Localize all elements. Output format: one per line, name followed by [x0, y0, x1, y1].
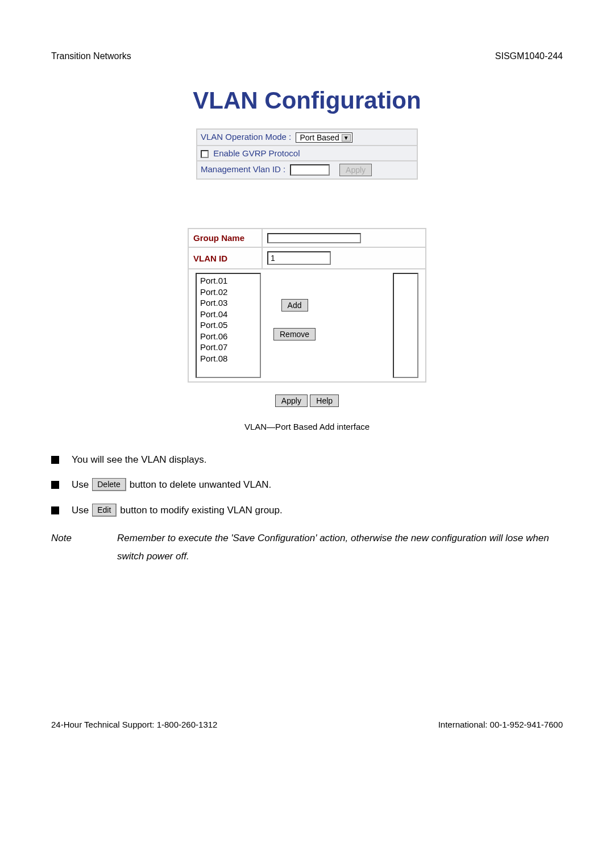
mgmt-vlan-input[interactable]: [290, 164, 330, 176]
footer-left: 24-Hour Technical Support: 1-800-260-131…: [51, 720, 217, 729]
delete-button-inline: Delete: [92, 478, 126, 491]
bullet-text-3a: Use: [72, 505, 89, 516]
port-item[interactable]: Port.01: [200, 275, 256, 286]
mgmt-vlan-label: Management Vlan ID :: [201, 164, 288, 174]
bullet-icon: [51, 456, 59, 464]
bullet-text-2b: button to delete unwanted VLAN.: [130, 479, 272, 491]
group-name-input[interactable]: [267, 233, 361, 243]
header-left: Transition Networks: [51, 51, 131, 61]
port-item[interactable]: Port.02: [200, 286, 256, 298]
vlan-id-input[interactable]: 1: [267, 251, 331, 265]
selected-ports-list[interactable]: [393, 273, 418, 378]
bullet-text-3b: button to modify existing VLAN group.: [120, 505, 282, 516]
bullet-text-1: You will see the VLAN displays.: [72, 454, 207, 466]
port-item[interactable]: Port.04: [200, 309, 256, 320]
bullet-text-2a: Use: [72, 479, 89, 491]
add-button[interactable]: Add: [281, 299, 308, 312]
gvrp-checkbox[interactable]: [201, 150, 209, 158]
vlan-mode-value: Port Based: [297, 133, 341, 142]
available-ports-list[interactable]: Port.01 Port.02 Port.03 Port.04 Port.05 …: [196, 273, 261, 378]
bullet-icon: [51, 481, 59, 489]
port-item[interactable]: Port.07: [200, 342, 256, 353]
gvrp-label: Enable GVRP Protocol: [213, 148, 300, 158]
port-item[interactable]: Port.06: [200, 331, 256, 342]
vlan-group-table: Group Name VLAN ID 1 Port.01 Port.02 Por…: [188, 228, 426, 383]
edit-button-inline: Edit: [92, 504, 117, 517]
apply-mgmt-button[interactable]: Apply: [339, 164, 372, 176]
port-item[interactable]: Port.05: [200, 319, 256, 331]
vlan-mode-label: VLAN Operation Mode :: [201, 132, 293, 142]
header-right: SISGM1040-244: [495, 51, 563, 61]
bullet-icon: [51, 506, 59, 514]
vlan-mode-table: VLAN Operation Mode : Port Based ▼ Enabl…: [196, 128, 418, 180]
remove-button[interactable]: Remove: [273, 328, 316, 340]
port-item[interactable]: Port.03: [200, 297, 256, 309]
figure-caption: VLAN—Port Based Add interface: [51, 422, 563, 431]
chevron-down-icon[interactable]: ▼: [342, 134, 351, 142]
vlan-mode-select[interactable]: Port Based ▼: [296, 132, 352, 143]
group-name-label: Group Name: [188, 229, 262, 247]
note-label: Note: [51, 529, 117, 566]
note-text: Remember to execute the 'Save Configurat…: [117, 529, 563, 566]
port-item[interactable]: Port.08: [200, 353, 256, 364]
vlan-id-label: VLAN ID: [188, 247, 262, 269]
help-button[interactable]: Help: [310, 394, 339, 407]
page-title: VLAN Configuration: [51, 87, 563, 114]
apply-button[interactable]: Apply: [275, 394, 308, 407]
footer-right: International: 00-1-952-941-7600: [438, 720, 563, 729]
